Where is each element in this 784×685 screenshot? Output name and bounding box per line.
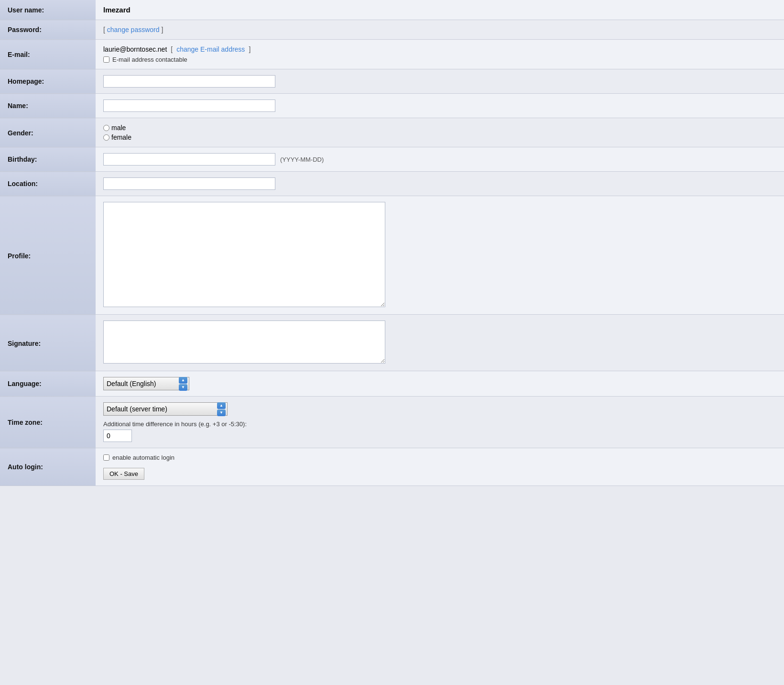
password-value-cell: [ change password ] xyxy=(96,20,784,40)
name-row: Name: xyxy=(0,94,784,118)
username-row: User name: lmezard xyxy=(0,0,784,20)
username-value: lmezard xyxy=(103,6,131,14)
email-row: E-mail: laurie@borntosec.net [ change E-… xyxy=(0,40,784,69)
language-select[interactable]: Default (English) English French German … xyxy=(103,377,189,390)
profile-label: Profile: xyxy=(0,196,96,315)
location-value-cell xyxy=(96,172,784,196)
gender-male-radio[interactable] xyxy=(103,125,109,131)
auto-login-checkbox-label: enable automatic login xyxy=(103,454,776,461)
bracket-close: ] xyxy=(161,26,163,33)
email-label: E-mail: xyxy=(0,40,96,69)
language-select-wrapper: Default (English) English French German … xyxy=(103,377,189,390)
signature-label: Signature: xyxy=(0,315,96,371)
password-row: Password: [ change password ] xyxy=(0,20,784,40)
timezone-label: Time zone: xyxy=(0,397,96,448)
language-label: Language: xyxy=(0,371,96,397)
username-label: User name: xyxy=(0,0,96,20)
gender-female-radio[interactable] xyxy=(103,134,109,141)
gender-radio-group: male female xyxy=(103,124,776,141)
timezone-row: Time zone: Default (server time) UTC-12 … xyxy=(0,397,784,448)
email-bracket-open: [ xyxy=(171,45,173,53)
change-email-link[interactable]: change E-mail address xyxy=(176,45,245,53)
bracket-open: [ xyxy=(103,26,105,33)
email-value-cell: laurie@borntosec.net [ change E-mail add… xyxy=(96,40,784,69)
gender-male-text: male xyxy=(111,124,126,132)
profile-textarea[interactable] xyxy=(103,202,385,307)
signature-textarea[interactable] xyxy=(103,320,385,364)
homepage-label: Homepage: xyxy=(0,69,96,94)
email-value: laurie@borntosec.net xyxy=(103,45,167,53)
homepage-row: Homepage: xyxy=(0,69,784,94)
auto-login-label: Auto login: xyxy=(0,448,96,486)
timezone-select[interactable]: Default (server time) UTC-12 UTC-11 UTC-… xyxy=(103,402,228,416)
gender-value-cell: male female xyxy=(96,118,784,147)
username-value-cell: lmezard xyxy=(96,0,784,20)
birthday-hint: (YYYY-MM-DD) xyxy=(280,156,324,163)
password-label: Password: xyxy=(0,20,96,40)
email-contactable-label: E-mail address contactable xyxy=(103,56,776,63)
profile-row: Profile: xyxy=(0,196,784,315)
timezone-diff-input[interactable] xyxy=(103,430,132,442)
birthday-input[interactable] xyxy=(103,153,275,166)
birthday-row: Birthday: (YYYY-MM-DD) xyxy=(0,147,784,172)
gender-female-text: female xyxy=(111,133,131,141)
auto-login-value-cell: enable automatic login OK - Save xyxy=(96,448,784,486)
birthday-label: Birthday: xyxy=(0,147,96,172)
timezone-select-wrapper: Default (server time) UTC-12 UTC-11 UTC-… xyxy=(103,402,228,416)
location-row: Location: xyxy=(0,172,784,196)
ok-save-button[interactable]: OK - Save xyxy=(103,468,144,480)
gender-label: Gender: xyxy=(0,118,96,147)
email-contactable-checkbox[interactable] xyxy=(103,56,109,63)
time-diff-section: Additional time difference in hours (e.g… xyxy=(103,420,776,442)
change-password-link[interactable]: change password xyxy=(107,26,160,33)
auto-login-checkbox[interactable] xyxy=(103,454,109,461)
profile-value-cell xyxy=(96,196,784,315)
auto-login-row: Auto login: enable automatic login OK - … xyxy=(0,448,784,486)
gender-row: Gender: male female xyxy=(0,118,784,147)
timezone-value-cell: Default (server time) UTC-12 UTC-11 UTC-… xyxy=(96,397,784,448)
name-input[interactable] xyxy=(103,99,275,112)
homepage-value-cell xyxy=(96,69,784,94)
signature-row: Signature: xyxy=(0,315,784,371)
auto-login-text: enable automatic login xyxy=(112,454,174,461)
email-bracket-close: ] xyxy=(249,45,250,53)
signature-value-cell xyxy=(96,315,784,371)
location-input[interactable] xyxy=(103,177,275,190)
name-label: Name: xyxy=(0,94,96,118)
email-contactable-text: E-mail address contactable xyxy=(112,56,187,63)
gender-male-label: male xyxy=(103,124,776,132)
time-diff-label: Additional time difference in hours (e.g… xyxy=(103,420,776,428)
location-label: Location: xyxy=(0,172,96,196)
language-value-cell: Default (English) English French German … xyxy=(96,371,784,397)
birthday-value-cell: (YYYY-MM-DD) xyxy=(96,147,784,172)
language-row: Language: Default (English) English Fren… xyxy=(0,371,784,397)
homepage-input[interactable] xyxy=(103,75,275,88)
name-value-cell xyxy=(96,94,784,118)
gender-female-label: female xyxy=(103,133,776,141)
